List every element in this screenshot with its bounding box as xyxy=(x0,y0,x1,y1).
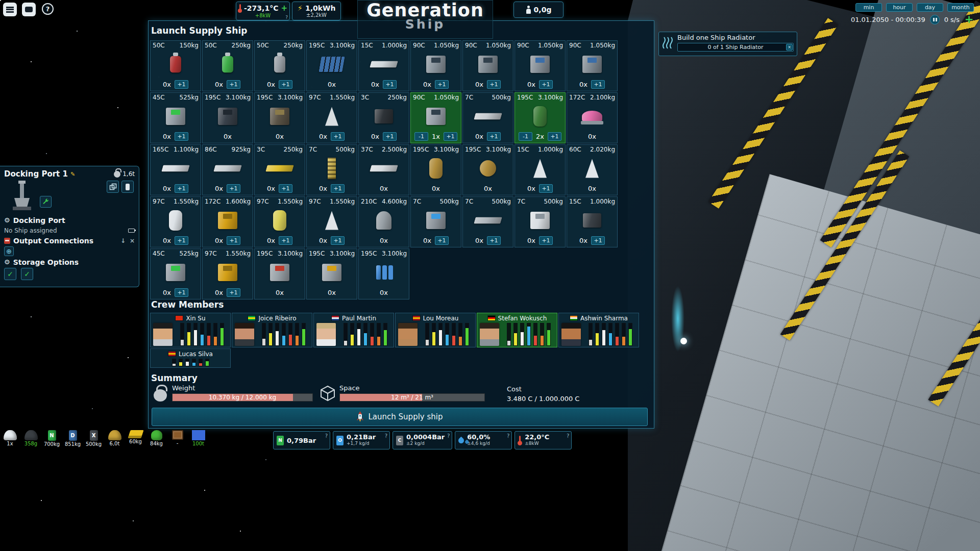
ore-pile-slot[interactable]: 6,0t xyxy=(106,430,124,447)
increase-quantity-button[interactable]: +1 xyxy=(487,236,501,245)
supply-item-card[interactable]: 50C250kg0x+1 xyxy=(254,40,305,91)
supply-item-card[interactable]: 165C1.100kg0x+1 xyxy=(150,144,201,195)
increase-quantity-button[interactable]: +1 xyxy=(175,132,188,141)
supply-item-card[interactable]: 7C500kg0x+1 xyxy=(462,92,513,143)
supply-item-card[interactable]: 7C500kg0x+1 xyxy=(306,144,357,195)
help-icon[interactable]: ? xyxy=(447,433,450,439)
import-arrow-icon[interactable]: ↓ xyxy=(120,237,126,244)
launch-supply-ship-button[interactable]: Launch Supply ship xyxy=(152,408,648,426)
increase-quantity-button[interactable]: +1 xyxy=(331,184,345,193)
increase-quantity-button[interactable]: +1 xyxy=(175,236,188,245)
supply-item-card[interactable]: 15C1.000kg0x+1 xyxy=(514,144,566,195)
supply-item-card[interactable]: 86C925kg0x+1 xyxy=(202,144,253,195)
export-toggle-button[interactable]: ✓ xyxy=(21,268,33,280)
increase-quantity-button[interactable]: +1 xyxy=(175,184,188,193)
supply-item-card[interactable]: 45C525kg0x+1 xyxy=(150,248,201,299)
nitrogen-tank-slot[interactable]: N700kg xyxy=(43,430,61,447)
increase-quantity-button[interactable]: +1 xyxy=(539,184,553,193)
pause-button[interactable] xyxy=(930,15,940,24)
supply-item-card[interactable]: 7C500kg0x+1 xyxy=(410,196,461,247)
increase-quantity-button[interactable]: +1 xyxy=(175,80,188,89)
increase-quantity-button[interactable]: +1 xyxy=(383,80,397,89)
plants-slot[interactable]: 84kg xyxy=(148,430,165,447)
increase-quantity-button[interactable]: +1 xyxy=(444,132,457,141)
increase-quantity-button[interactable]: +1 xyxy=(435,80,449,89)
crew-card[interactable]: Lucas Silva xyxy=(150,348,231,368)
chat-button[interactable] xyxy=(22,3,36,16)
supply-item-card[interactable]: 3C250kg0x+1 xyxy=(358,92,409,143)
supply-item-card[interactable]: 195C3.100kg0x xyxy=(254,248,305,299)
select-connection-button[interactable]: ⊕ xyxy=(4,246,14,256)
increase-quantity-button[interactable]: +1 xyxy=(331,132,345,141)
supply-item-card[interactable]: 90C1.050kg0x+1 xyxy=(514,40,566,91)
supply-item-card[interactable]: 90C1.050kg0x+1 xyxy=(567,40,618,91)
build-task-action-button[interactable]: × xyxy=(786,44,793,51)
supply-item-card[interactable]: 195C3.100kg0x xyxy=(306,40,357,91)
rename-icon[interactable]: ✎ xyxy=(70,171,75,178)
supply-item-card[interactable]: 90C1.050kg0x+1 xyxy=(410,40,461,91)
supply-item-card[interactable]: 97C1.550kg0x+1 xyxy=(202,248,253,299)
decrease-quantity-button[interactable]: -1 xyxy=(519,132,532,141)
cargo-container-slot[interactable]: 100t xyxy=(189,430,207,447)
time-scale-hour-button[interactable]: hour xyxy=(886,3,913,12)
increase-quantity-button[interactable]: +1 xyxy=(227,80,240,89)
crew-card[interactable]: Lou Moreau xyxy=(395,313,476,347)
increase-quantity-button[interactable]: +1 xyxy=(279,184,292,193)
supply-item-card[interactable]: 7C500kg0x+1 xyxy=(462,196,513,247)
supply-item-card[interactable]: 172C2.100kg0x xyxy=(567,92,618,143)
increase-quantity-button[interactable]: +1 xyxy=(279,236,292,245)
supply-item-card[interactable]: 45C525kg0x+1 xyxy=(150,92,201,143)
crate-slot[interactable]: - xyxy=(168,430,186,447)
increase-quantity-button[interactable]: +1 xyxy=(227,184,240,193)
decrease-quantity-button[interactable]: -1 xyxy=(414,132,428,141)
supply-item-card[interactable]: 90C1.050kg0x+1 xyxy=(462,40,513,91)
help-icon[interactable]: ? xyxy=(567,433,569,439)
supply-item-card[interactable]: 195C3.100kg0x xyxy=(410,144,461,195)
supply-item-card[interactable]: 7C500kg0x+1 xyxy=(514,196,566,247)
increase-quantity-button[interactable]: +1 xyxy=(539,236,553,245)
supply-item-card[interactable]: 195C3.100kg0x xyxy=(358,248,409,299)
time-scale-month-button[interactable]: month xyxy=(947,3,974,12)
canister-slot-button[interactable] xyxy=(121,181,134,193)
crew-card[interactable]: Ashwin Sharma xyxy=(558,313,639,347)
import-toggle-button[interactable]: ✓ xyxy=(4,268,16,280)
supply-item-card[interactable]: 195C3.100kg0x xyxy=(254,92,305,143)
crew-card[interactable]: Xin Su xyxy=(150,313,231,347)
disconnect-icon[interactable]: × xyxy=(130,237,135,244)
supply-item-card[interactable]: 3C250kg0x+1 xyxy=(254,144,305,195)
supply-item-card[interactable]: 195C3.100kg0x xyxy=(202,92,253,143)
increase-speed-button[interactable]: + xyxy=(964,15,974,24)
time-scale-day-button[interactable]: day xyxy=(917,3,943,12)
increase-quantity-button[interactable]: +1 xyxy=(175,288,188,297)
supply-item-card[interactable]: 195C3.100kg-12x+1 xyxy=(514,92,566,143)
supply-item-card[interactable]: 97C1.550kg0x+1 xyxy=(150,196,201,247)
increase-quantity-button[interactable]: +1 xyxy=(591,236,605,245)
increase-quantity-button[interactable]: +1 xyxy=(383,132,397,141)
crew-card[interactable]: Joice Ribeiro xyxy=(232,313,312,347)
crew-card[interactable]: Stefan Wokusch xyxy=(477,313,557,347)
help-button[interactable]: ? xyxy=(42,3,54,15)
supply-item-card[interactable]: 97C1.550kg0x+1 xyxy=(254,196,305,247)
plus-icon[interactable]: + xyxy=(281,5,287,11)
supply-item-card[interactable]: 50C150kg0x+1 xyxy=(150,40,201,91)
increase-quantity-button[interactable]: +1 xyxy=(591,80,605,89)
increase-quantity-button[interactable]: +1 xyxy=(331,236,345,245)
supply-item-card[interactable]: 172C1.600kg0x+1 xyxy=(202,196,253,247)
increase-quantity-button[interactable]: +1 xyxy=(279,80,292,89)
crew-card[interactable]: Paul Martin xyxy=(313,313,394,347)
increase-quantity-button[interactable]: +1 xyxy=(548,132,561,141)
copy-settings-button[interactable] xyxy=(107,181,119,193)
help-icon[interactable]: ? xyxy=(325,433,328,439)
supply-item-card[interactable]: 195C3.100kg0x xyxy=(306,248,357,299)
supply-item-card[interactable]: 60C2.020kg0x xyxy=(567,144,618,195)
increase-quantity-button[interactable]: +1 xyxy=(487,80,501,89)
gas-tank-slot[interactable]: X500kg xyxy=(85,430,103,447)
increase-quantity-button[interactable]: +1 xyxy=(435,236,449,245)
increase-quantity-button[interactable]: +1 xyxy=(487,132,501,141)
configure-button[interactable] xyxy=(40,196,52,208)
increase-quantity-button[interactable]: +1 xyxy=(539,80,553,89)
supply-item-card[interactable]: 210C4.600kg0x xyxy=(358,196,409,247)
ice-pile-slot[interactable]: 1x xyxy=(1,430,19,447)
time-scale-min-button[interactable]: min xyxy=(855,3,882,12)
coal-pile-slot[interactable]: 358g xyxy=(22,430,40,447)
